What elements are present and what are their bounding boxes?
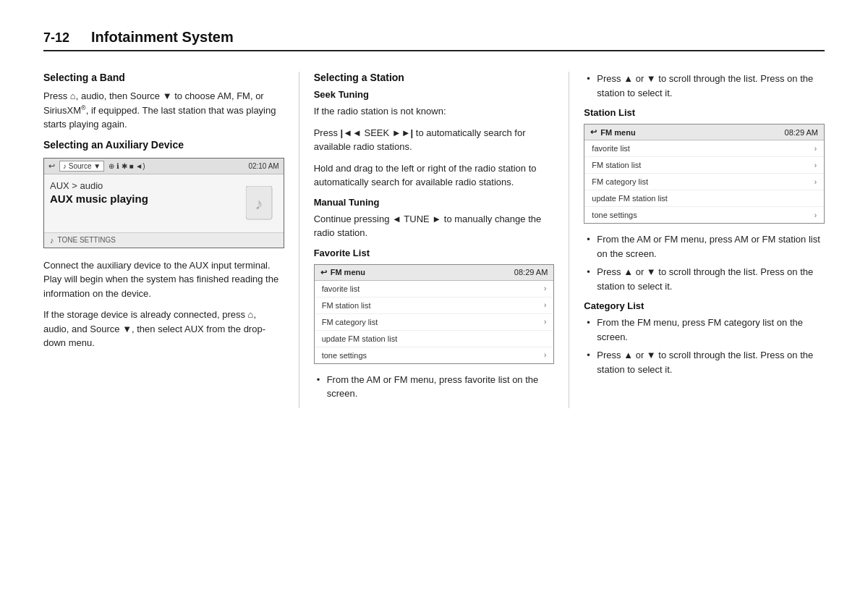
column-3: Press ▲ or ▼ to scroll through the list.… (569, 72, 825, 408)
fm-menu-1-item-favorite: favorite list› (315, 281, 554, 297)
station-list-heading: Station List (584, 107, 825, 118)
device-time: 02:10 AM (248, 162, 278, 170)
fm-menu-2-items: favorite list› FM station list› FM categ… (584, 140, 824, 223)
selecting-band-para: Press ⌂, audio, then Source ▼ to choose … (43, 89, 284, 132)
aux-title: AUX > audio (50, 180, 242, 191)
page-number: 7-12 (43, 30, 69, 46)
column-1: Selecting a Band Press ⌂, audio, then So… (43, 72, 299, 408)
fm-menu-2-item-station-list: FM station list› (584, 157, 824, 174)
favorite-bullet-1: From the AM or FM menu, press favorite l… (314, 373, 555, 401)
station-bullet-2: Press ▲ or ▼ to scroll through the list.… (584, 265, 825, 293)
fm-menu-1: ↩ FM menu 08:29 AM favorite list› FM sta… (314, 264, 555, 364)
selecting-station-heading: Selecting a Station (314, 72, 555, 83)
station-bullet-1: From the AM or FM menu, press AM or FM s… (584, 232, 825, 261)
aux-para1: Connect the auxiliary device to the AUX … (43, 258, 284, 301)
fm-menu-2-item-category-list: FM category list› (584, 174, 824, 190)
device-back-icon: ↩ (48, 161, 55, 171)
aux-para2: If the storage device is already connect… (43, 308, 284, 350)
seek-tuning-heading: Seek Tuning (314, 89, 555, 100)
tone-settings-label: TONE SETTINGS (58, 236, 116, 244)
selecting-band-heading: Selecting a Band (43, 72, 284, 83)
fm-menu-1-item-tone: tone settings› (315, 347, 554, 363)
device-footer: ♪ TONE SETTINGS (44, 232, 284, 248)
music-note-icon: ♪ (242, 180, 278, 227)
fm-menu-1-item-category-list: FM category list› (315, 314, 554, 331)
favorite-list-bullets: From the AM or FM menu, press favorite l… (314, 373, 555, 401)
fm-menu-2-item-update: update FM station list (584, 190, 824, 207)
device-body: AUX > audio AUX music playing ♪ (44, 174, 284, 232)
fm-menu-2-back-icon: ↩ (590, 127, 597, 137)
fm-menu-2-item-favorite: favorite list› (584, 140, 824, 157)
favorite-list-heading: Favorite List (314, 248, 555, 258)
page-header: 7-12 Infotainment System (43, 29, 825, 51)
col3-top-bullets: Press ▲ or ▼ to scroll through the list.… (584, 72, 825, 100)
svg-text:♪: ♪ (255, 195, 263, 213)
aux-playing: AUX music playing (50, 193, 242, 205)
manual-tuning-heading: Manual Tuning (314, 197, 555, 208)
content-columns: Selecting a Band Press ⌂, audio, then So… (43, 72, 825, 408)
column-2: Selecting a Station Seek Tuning If the r… (299, 72, 570, 408)
device-statusbar: ↩ ♪ Source ▼ ⊕ ℹ ✱ ■ ◄) 02:10 AM (44, 159, 284, 174)
seek-para1: If the radio station is not known: (314, 104, 555, 119)
fm-menu-1-header: ↩ FM menu 08:29 AM (315, 265, 554, 281)
col3-bullet-scroll: Press ▲ or ▼ to scroll through the list.… (584, 72, 825, 100)
station-list-bullets: From the AM or FM menu, press AM or FM s… (584, 232, 825, 293)
fm-menu-2-header: ↩ FM menu 08:29 AM (584, 124, 824, 140)
fm-menu-1-item-update: update FM station list (315, 331, 554, 347)
fm-menu-1-item-station-list: FM station list› (315, 297, 554, 314)
selecting-aux-heading: Selecting an Auxiliary Device (43, 139, 284, 151)
aux-device-screen: ↩ ♪ Source ▼ ⊕ ℹ ✱ ■ ◄) 02:10 AM AUX > a… (43, 158, 284, 248)
device-source-label: ♪ Source ▼ (59, 161, 104, 172)
page-title: Infotainment System (91, 29, 234, 46)
fm-menu-1-items: favorite list› FM station list› FM categ… (315, 281, 554, 363)
fm-menu-1-back-icon: ↩ (320, 268, 327, 277)
category-list-heading: Category List (584, 300, 825, 311)
device-status-icons: ⊕ ℹ ✱ ■ ◄) (109, 162, 145, 170)
fm-menu-1-time: 08:29 AM (514, 268, 548, 276)
seek-para2: Press |◄◄ SEEK ►►| to automatically sear… (314, 126, 555, 154)
fm-menu-2-item-tone: tone settings› (584, 207, 824, 223)
seek-para3: Hold and drag to the left or right of th… (314, 161, 555, 190)
manual-para: Continue pressing ◄ TUNE ► to manually c… (314, 212, 555, 240)
category-bullet-2: Press ▲ or ▼ to scroll through the list.… (584, 348, 825, 376)
category-list-bullets: From the FM menu, press FM category list… (584, 316, 825, 376)
fm-menu-2: ↩ FM menu 08:29 AM favorite list› FM sta… (584, 124, 825, 224)
category-bullet-1: From the FM menu, press FM category list… (584, 316, 825, 344)
fm-menu-2-title: FM menu (600, 128, 635, 137)
fm-menu-2-time: 08:29 AM (785, 128, 818, 137)
tone-settings-icon: ♪ (50, 236, 54, 245)
fm-menu-1-title: FM menu (331, 268, 365, 276)
